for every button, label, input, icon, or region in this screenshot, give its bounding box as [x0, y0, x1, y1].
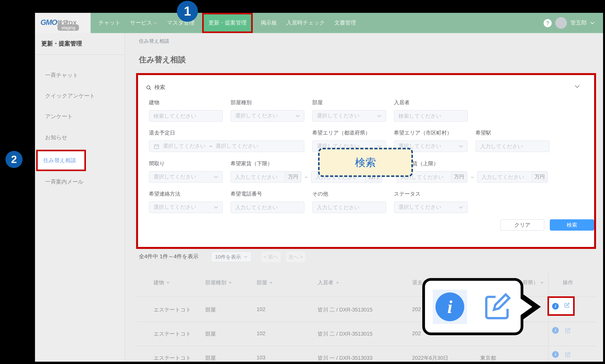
- field-label: 入居者: [394, 99, 468, 106]
- building-input[interactable]: [149, 110, 223, 122]
- edit-icon[interactable]: [565, 327, 571, 335]
- rent-lower-from[interactable]: 万円: [231, 171, 301, 183]
- divider: [136, 322, 596, 322]
- nav-tab-koshin-teian[interactable]: 更新・提案管理: [202, 13, 253, 33]
- info-icon[interactable]: i: [552, 351, 559, 358]
- rent-upper-to[interactable]: 万円: [477, 171, 548, 183]
- chevron-down-icon: [459, 145, 463, 148]
- nav-tab-movein-check[interactable]: 入居時チェック: [286, 19, 325, 26]
- collapse-chevron-icon[interactable]: [575, 85, 580, 88]
- help-icon[interactable]: ?: [543, 19, 552, 27]
- screenshot-stage: GMO賃貸DX staging チャット サービス マスタ管理 更新・提案管理 …: [0, 0, 605, 364]
- cell-tenant: 皆川 二 / DXR-3513015: [318, 306, 373, 313]
- edit-icon[interactable]: [565, 351, 571, 359]
- edit-icon[interactable]: [564, 302, 570, 310]
- clear-button[interactable]: クリア: [501, 219, 544, 231]
- sidebar-item-quick-survey[interactable]: クイックアンケート: [45, 92, 95, 100]
- unit-manyen: 万円: [531, 171, 547, 182]
- sidebar-item-bulk-chat[interactable]: 一斉チャット: [45, 72, 78, 79]
- chevron-down-icon: [459, 206, 463, 209]
- nav-tab-board[interactable]: 掲示板: [261, 19, 277, 26]
- cell-moveout: 2022年6月30日: [412, 355, 448, 362]
- field-label: 部屋: [312, 99, 386, 106]
- phone-input[interactable]: [231, 201, 304, 213]
- staging-badge: staging: [58, 25, 79, 31]
- search-panel-header: 検索: [146, 84, 165, 91]
- nav-user-area: ? 管五郎: [543, 13, 603, 33]
- room-type-select[interactable]: 選択してください: [231, 110, 304, 122]
- chevron-down-icon[interactable]: [590, 21, 594, 25]
- result-summary: 全4件中 1件～4件を表示: [139, 253, 198, 260]
- date-to-placeholder: 選択してください: [216, 143, 258, 150]
- column-header-ops: 操作: [563, 279, 573, 286]
- chevron-down-icon: [377, 114, 381, 117]
- chevron-down-icon: [154, 22, 158, 24]
- nav-tab-chat[interactable]: チャット: [98, 19, 121, 26]
- field-label: その他: [312, 191, 386, 197]
- sidebar-item-sumikae-highlighted[interactable]: 住み替え相談: [36, 150, 86, 171]
- prev-page-button[interactable]: < 前へ: [261, 252, 281, 262]
- sidebar-item-survey[interactable]: アンケート: [45, 113, 73, 120]
- station-input[interactable]: [476, 140, 549, 152]
- contact-method-select[interactable]: 選択してください: [149, 201, 223, 213]
- field-rent-upper: 希望家賃（上限） 万円 ~ 万円: [397, 160, 548, 183]
- column-header-room[interactable]: 部屋: [257, 279, 272, 286]
- user-name: 管五郎: [570, 19, 587, 26]
- field-other: その他: [312, 191, 386, 213]
- field-contact-method: 希望連絡方法 選択してください: [149, 191, 223, 213]
- tilde: ~: [471, 174, 474, 180]
- sort-icon: [336, 282, 339, 284]
- cell-room: 103: [257, 355, 265, 361]
- chevron-down-icon: [214, 206, 218, 209]
- annotation-step-1: 1: [177, 1, 198, 22]
- cell-tenant: 皆川 二 / DXR-3513015: [318, 331, 373, 338]
- field-room-type: 部屋種別 選択してください: [231, 99, 304, 122]
- search-button[interactable]: 検索: [550, 219, 594, 231]
- nav-tab-service[interactable]: サービス: [130, 19, 158, 26]
- layout-select[interactable]: 選択してください: [149, 171, 223, 183]
- info-icon[interactable]: i: [552, 327, 559, 334]
- next-page-button[interactable]: 次へ >: [286, 252, 305, 262]
- field-phone: 希望電話番号: [231, 191, 304, 213]
- tenant-input[interactable]: [394, 110, 468, 122]
- search-icon: [146, 85, 152, 91]
- unit-manyen: 万円: [285, 171, 301, 182]
- field-label: 希望エリア（市区町村）: [394, 130, 468, 136]
- column-header-tenant[interactable]: 入居者: [318, 279, 339, 286]
- room-select[interactable]: 選択してください: [312, 110, 386, 122]
- cell-moveout: 202: [412, 306, 421, 312]
- other-input[interactable]: [312, 201, 386, 213]
- unit-manyen: 万円: [451, 171, 467, 182]
- chevron-down-icon: [244, 256, 248, 258]
- column-header-building[interactable]: 建物: [154, 279, 169, 286]
- search-panel-title: 検索: [154, 84, 165, 91]
- edit-icon-large: [481, 291, 513, 323]
- divider: [35, 54, 124, 55]
- ops-column-divider: [548, 272, 549, 362]
- chevron-down-icon: [214, 175, 218, 179]
- nav-tabs: チャット サービス マスタ管理 更新・提案管理 掲示板 入居時チェック 文書管理: [90, 13, 356, 33]
- divider: [136, 346, 596, 346]
- page-title: 住み替え相談: [139, 54, 186, 65]
- user-avatar[interactable]: [555, 17, 567, 29]
- cell-building: エステートコト: [154, 331, 191, 338]
- page-size-select[interactable]: 10件を表示: [211, 252, 252, 262]
- tilde: ~: [305, 174, 308, 180]
- info-icon-large: i: [433, 289, 467, 324]
- field-label: 希望連絡方法: [149, 191, 223, 197]
- field-moveout-date: 退去予定日 選択してください ~ 選択してください: [149, 130, 304, 152]
- sidebar-item-news[interactable]: お知らせ: [45, 134, 67, 141]
- annotation-callout: i: [422, 278, 523, 335]
- status-select[interactable]: 選択してください: [394, 201, 468, 213]
- column-header-room-type[interactable]: 部屋種別: [205, 279, 232, 286]
- moveout-date-range[interactable]: 選択してください ~ 選択してください: [149, 140, 304, 152]
- sidebar-item-bulk-mail[interactable]: 一斉案内メール: [45, 179, 83, 185]
- sort-icon: [167, 282, 169, 284]
- cell-room: 102: [257, 306, 265, 312]
- logo-gmo-text: GMO: [40, 18, 57, 26]
- annotation-step-2: 2: [5, 151, 23, 168]
- field-building: 建物: [149, 99, 223, 122]
- info-icon[interactable]: i: [552, 303, 559, 309]
- nav-tab-documents[interactable]: 文書管理: [334, 19, 356, 26]
- cell-room: 102: [257, 331, 265, 336]
